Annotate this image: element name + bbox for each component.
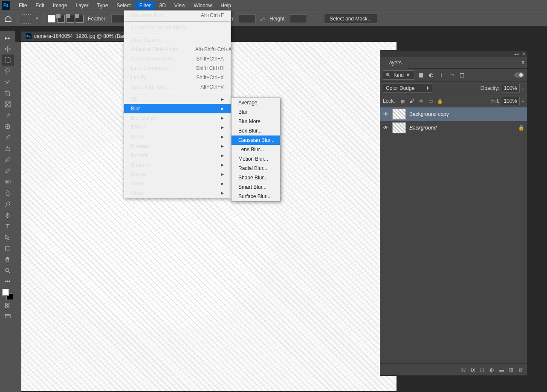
pen-tool[interactable]	[2, 210, 14, 221]
magic-wand-tool[interactable]	[2, 77, 14, 88]
menu-item-camera-raw-filter-[interactable]: Camera Raw Filter...Shift+Ctrl+A	[124, 54, 231, 63]
layer-thumbnail[interactable]	[392, 122, 406, 133]
dodge-tool[interactable]	[2, 199, 14, 210]
lock-transparency-icon[interactable]: ▩	[399, 98, 405, 104]
selection-new-icon[interactable]	[48, 15, 55, 23]
crop-tool[interactable]	[2, 88, 14, 99]
menu-item-smart-blur-[interactable]: Smart Blur...	[232, 182, 280, 192]
menu-item-average[interactable]: Average	[232, 98, 280, 107]
path-selection-tool[interactable]	[2, 232, 14, 243]
lock-all-icon[interactable]: 🔒	[437, 98, 443, 104]
menu-item-adaptive-wide-angle-[interactable]: Adaptive Wide Angle...Alt+Shift+Ctrl+A	[124, 45, 231, 54]
brush-tool[interactable]	[2, 132, 14, 143]
menu-type[interactable]: Type	[93, 1, 112, 10]
quick-mask-tool[interactable]	[2, 300, 14, 311]
layer-mask-icon[interactable]: ◻	[480, 367, 484, 373]
menu-item-blur-gallery[interactable]: Blur Gallery▶	[124, 113, 231, 123]
color-swatch[interactable]	[2, 289, 13, 300]
panel-menu-icon[interactable]: ≡	[521, 60, 524, 66]
menu-item-distort[interactable]: Distort▶	[124, 123, 231, 132]
eyedropper-tool[interactable]	[2, 110, 14, 121]
blend-mode-dropdown[interactable]: Color Dodge ▲▼	[383, 84, 432, 93]
menu-item-noise[interactable]: Noise▶	[124, 132, 231, 141]
menu-item-other[interactable]: Other▶	[124, 188, 231, 198]
edit-toolbar-icon[interactable]: •••	[2, 276, 14, 287]
layer-thumbnail[interactable]	[392, 109, 406, 120]
width-input[interactable]	[239, 14, 256, 23]
menu-item-pixelate[interactable]: Pixelate▶	[124, 141, 231, 151]
screen-mode-tool[interactable]	[2, 311, 14, 322]
menu-item-blur-more[interactable]: Blur More	[232, 117, 280, 126]
lock-artboard-icon[interactable]: ▭	[428, 98, 434, 104]
healing-brush-tool[interactable]	[2, 121, 14, 132]
close-panel-icon[interactable]: ✕	[522, 52, 525, 56]
menu-item-motion-blur-[interactable]: Motion Blur...	[232, 154, 280, 164]
menu-item-blur[interactable]: Blur▶	[124, 104, 231, 113]
history-brush-tool[interactable]	[2, 154, 14, 165]
home-icon[interactable]	[3, 14, 13, 23]
menu-item-sharpen[interactable]: Sharpen▶	[124, 160, 231, 170]
hand-tool[interactable]	[2, 254, 14, 265]
filter-kind-dropdown[interactable]: 🔍Kind ▲▼	[383, 70, 414, 80]
filter-type-icon[interactable]: T	[438, 72, 444, 78]
filter-pixel-icon[interactable]: ▦	[418, 72, 424, 78]
adjustment-layer-icon[interactable]: ◐	[489, 367, 494, 373]
menu-item-gaussian-blur-[interactable]: Gaussian Blur...	[232, 135, 280, 145]
selection-intersect-icon[interactable]	[76, 15, 84, 23]
marquee-preset-icon[interactable]	[22, 14, 31, 23]
collapse-panel-icon[interactable]: ◂◂	[514, 52, 518, 56]
filter-adjustment-icon[interactable]: ◐	[428, 72, 434, 78]
selection-add-icon[interactable]	[57, 15, 65, 23]
visibility-icon[interactable]: 👁	[383, 125, 389, 131]
new-layer-icon[interactable]: ⊞	[509, 367, 513, 373]
lock-position-icon[interactable]: ✥	[418, 98, 424, 104]
menu-item-video[interactable]: Video▶	[124, 179, 231, 188]
menu-layer[interactable]: Layer	[71, 1, 93, 10]
document-tab[interactable]: Ps camera-1840054_1920.jpg @ 80% (Backgr	[21, 32, 137, 41]
filter-smart-icon[interactable]: ◫	[459, 72, 465, 78]
zoom-tool[interactable]	[2, 265, 14, 276]
lasso-tool[interactable]	[2, 66, 14, 77]
menu-item-radial-blur-[interactable]: Radial Blur...	[232, 164, 280, 173]
filter-shape-icon[interactable]: ▭	[449, 72, 454, 78]
filter-toggle[interactable]	[514, 72, 524, 78]
layer-item[interactable]: 👁Background copy	[380, 107, 527, 121]
clone-stamp-tool[interactable]	[2, 143, 14, 154]
fill-input[interactable]: 100%	[501, 97, 520, 105]
blur-tool[interactable]	[2, 187, 14, 199]
menu-help[interactable]: Help	[216, 1, 235, 10]
menu-file[interactable]: File	[14, 1, 31, 10]
menu-item-shape-blur-[interactable]: Shape Blur...	[232, 173, 280, 182]
layer-item[interactable]: 👁Background🔒	[380, 121, 527, 135]
rectangle-tool[interactable]	[2, 243, 14, 254]
menu-item-gaussian-blur[interactable]: Gaussian BlurAlt+Ctrl+F	[124, 11, 231, 20]
menu-edit[interactable]: Edit	[31, 1, 49, 10]
link-layers-icon[interactable]: ⌘	[461, 367, 466, 373]
menu-item-3d[interactable]: 3D▶	[124, 95, 231, 104]
menu-3d[interactable]: 3D	[155, 1, 170, 10]
menu-item-stylize[interactable]: Stylize▶	[124, 170, 231, 179]
menu-item-lens-blur-[interactable]: Lens Blur...	[232, 145, 280, 154]
group-layers-icon[interactable]: ▬	[499, 367, 504, 373]
marquee-tool[interactable]	[2, 55, 14, 66]
layer-style-icon[interactable]: fx	[471, 367, 475, 373]
frame-tool[interactable]	[2, 99, 14, 110]
gradient-tool[interactable]	[2, 176, 14, 187]
menu-item-lens-correction-[interactable]: Lens Correction...Shift+Ctrl+R	[124, 63, 231, 73]
delete-layer-icon[interactable]: 🗑	[518, 367, 524, 373]
menu-select[interactable]: Select	[112, 1, 135, 10]
layers-tab[interactable]: Layers	[380, 57, 408, 69]
opacity-input[interactable]: 100%	[501, 84, 520, 92]
menu-item-surface-blur-[interactable]: Surface Blur...	[232, 192, 280, 201]
menu-image[interactable]: Image	[49, 1, 71, 10]
menu-filter[interactable]: Filter	[135, 1, 155, 10]
visibility-icon[interactable]: 👁	[383, 111, 389, 117]
menu-item-convert-for-smart-filters[interactable]: Convert for Smart Filters	[124, 23, 231, 32]
swap-dimensions-icon[interactable]: ⇄	[260, 15, 265, 22]
eraser-tool[interactable]	[2, 165, 14, 176]
menu-item-liquify-[interactable]: Liquify...Shift+Ctrl+X	[124, 73, 231, 82]
menu-window[interactable]: Window	[190, 1, 217, 10]
menu-item-filter-gallery-[interactable]: Filter Gallery...	[124, 35, 231, 45]
foreground-color-swatch[interactable]	[2, 289, 9, 296]
type-tool[interactable]	[2, 221, 14, 232]
